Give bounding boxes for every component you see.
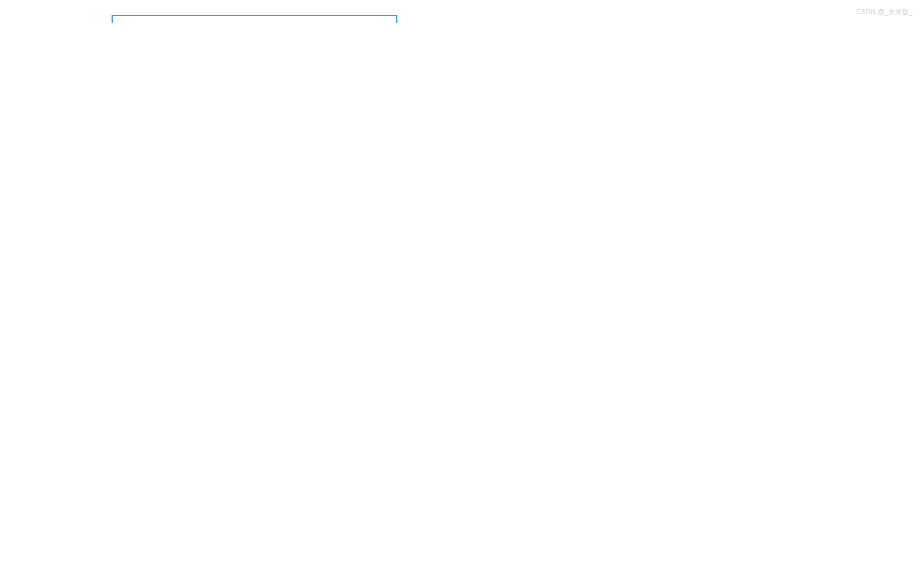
watermark: CSDN @_大米饭_: [856, 7, 913, 17]
annot-root-mkdir: 由root建立一个目录，通过设置所 有用户对目录的权限为可读可写可 执行，使该目…: [450, 22, 569, 23]
terminal-block-1: [root@VM-12-14-centos ~]# mkdir share [r…: [112, 15, 397, 23]
